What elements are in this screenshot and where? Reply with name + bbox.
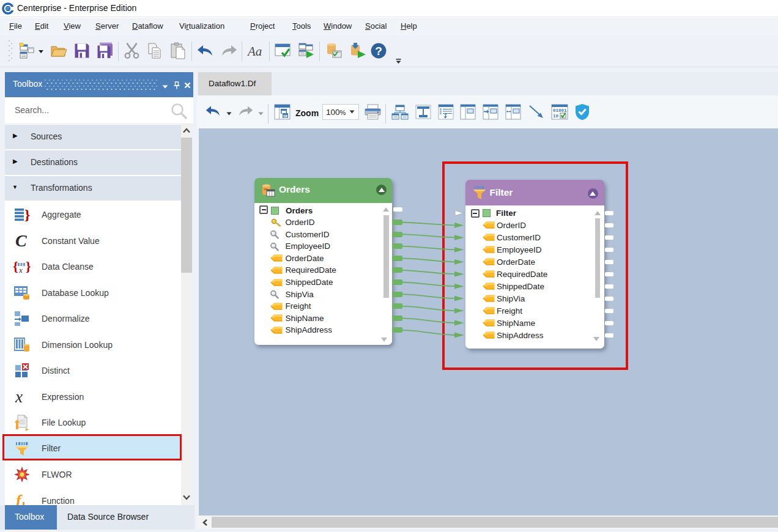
svg-text:{: { (13, 259, 18, 274)
svg-text:}: } (24, 207, 30, 223)
svg-text:10: 10 (553, 114, 559, 119)
svg-text:}: } (26, 259, 31, 274)
svg-text:C: C (15, 232, 27, 249)
svg-text:?: ? (375, 45, 382, 57)
svg-text:x: x (18, 265, 23, 275)
svg-text:01001: 01001 (553, 108, 567, 113)
svg-text:x: x (15, 388, 23, 405)
svg-text:f: f (16, 492, 23, 506)
